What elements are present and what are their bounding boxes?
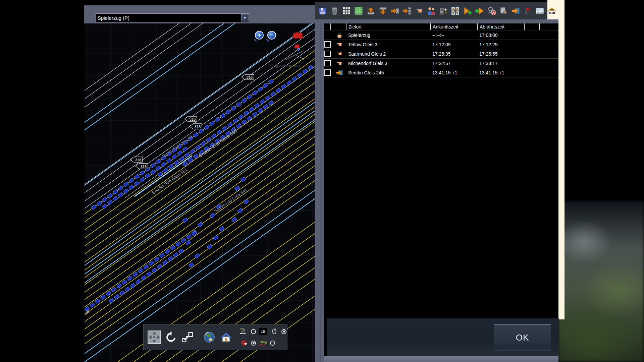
row-checkbox[interactable]: [324, 60, 331, 66]
mouse-icon[interactable]: [270, 327, 279, 336]
add-before-button[interactable]: [462, 6, 472, 16]
row-checkbox[interactable]: [324, 41, 331, 48]
fuel-pump-icon: [439, 6, 448, 15]
table-row[interactable]: Seddin Gleis 24513:41:15 +113:41:15 +1: [324, 68, 558, 77]
table-row[interactable]: ☚Saarmund Gleis 217:25:3517:25:55: [324, 49, 558, 59]
column-header-ankunftszeit: Ankunftszeit: [430, 23, 477, 30]
collapse-arrows-button[interactable]: [450, 6, 460, 16]
jump-to-button[interactable]: [181, 330, 195, 344]
svg-text:3D: 3D: [240, 327, 244, 331]
extract-right-button[interactable]: [402, 6, 412, 16]
row-checkbox[interactable]: [324, 51, 331, 57]
zoom-out-label: −: [270, 32, 273, 39]
zielort-value: Michendorf Gleis 3: [348, 61, 387, 66]
zielort-value: Spielerzug: [348, 33, 370, 38]
add-after-button[interactable]: [474, 6, 484, 16]
abfahrtszeit-value: 17:33:17: [479, 61, 498, 66]
abfahrtszeit-value: 13:41:15 +1: [479, 70, 504, 75]
gradient-3d-icon[interactable]: 3D: [239, 327, 248, 336]
zoom-in-label: +: [258, 32, 261, 39]
background-landscape: [558, 201, 644, 362]
track-map-canvas: 316318318318316Seddin Süd Gleis 550Seddi…: [85, 23, 315, 362]
globe-button[interactable]: [203, 330, 216, 344]
svg-text:318: 318: [135, 158, 141, 162]
ts14-radio[interactable]: [270, 341, 275, 346]
ok-button[interactable]: OK: [494, 324, 551, 351]
table-row[interactable]: ☚Michendorf Gleis 317:32:5717:33:17: [324, 59, 558, 68]
download-button[interactable]: [378, 6, 388, 16]
signal-sign: 318: [136, 164, 148, 169]
track-label: Zugverbindung: [271, 63, 300, 68]
svg-text:316: 316: [247, 75, 253, 79]
ankunftszeit-value: 17:32:57: [432, 61, 451, 66]
arrow-blue-box-icon: [332, 69, 346, 76]
save-button[interactable]: [317, 6, 327, 16]
screen: Spielerzug (P) ▼ ☚ 316318318318316Seddin…: [0, 0, 644, 362]
zoom-out-button[interactable]: −: [267, 31, 276, 40]
collapse-arrows-icon: [451, 6, 460, 15]
ankunftszeit-value: --:--:--: [432, 33, 444, 38]
extract-right-icon: [402, 6, 412, 15]
schedule-table: ZielortAnkunftszeitAbfahrtszeit Spielerz…: [324, 23, 558, 319]
signal-sign: 316: [241, 74, 254, 80]
people-button[interactable]: [426, 6, 436, 16]
svg-text:318: 318: [195, 125, 201, 129]
svg-text:316: 316: [190, 117, 196, 121]
remove-person-button[interactable]: [486, 6, 496, 16]
trash-icon: [330, 6, 339, 15]
arrow-blue-box-button[interactable]: [511, 6, 521, 16]
map-toolbar: 3D 18 TS14: [143, 324, 287, 350]
calculator-icon: [535, 6, 544, 15]
hand-button[interactable]: ☚: [414, 6, 424, 16]
settings-doc-icon: [499, 6, 508, 15]
magnet-icon[interactable]: [239, 339, 248, 347]
abfahrtszeit-value: 17:12:29: [479, 42, 498, 47]
insert-right-button[interactable]: [390, 6, 400, 16]
grid-white-button[interactable]: [341, 6, 352, 16]
home-button[interactable]: [219, 330, 233, 344]
flag-button[interactable]: [523, 6, 533, 16]
panel-highlight-strip: [558, 19, 565, 319]
table-row[interactable]: Spielerzug--:--:--17:03:00: [324, 31, 558, 40]
people-icon: [427, 6, 436, 15]
calculator-button[interactable]: [535, 6, 545, 16]
red-marker: [293, 32, 303, 39]
ok-button-label: OK: [516, 333, 529, 343]
column-header: [524, 23, 539, 30]
rotate-button[interactable]: [164, 330, 178, 344]
zielort-value: Seddin Gleis 245: [348, 70, 384, 75]
zielort-value: Teltow Gleis 3: [348, 42, 377, 47]
driver-icon: [85, 11, 95, 22]
track-map[interactable]: 316318318318316Seddin Süd Gleis 550Seddi…: [85, 23, 315, 362]
flag-icon: [523, 6, 532, 15]
depot-icon: [547, 6, 556, 15]
chevron-down-icon[interactable]: ▼: [241, 14, 249, 21]
main-toolbar: ☚: [315, 2, 547, 19]
trash-button[interactable]: [329, 6, 339, 16]
upload-icon: [366, 6, 375, 15]
row-checkbox[interactable]: [324, 69, 331, 76]
mouse-radio[interactable]: [281, 329, 286, 334]
add-after-icon: [475, 6, 484, 15]
train-select[interactable]: Spielerzug (P) ▼: [96, 13, 249, 22]
depot-button[interactable]: [547, 6, 557, 16]
pan-button[interactable]: [148, 330, 161, 344]
ts14-icon[interactable]: TS14: [259, 339, 267, 347]
magnet-radio[interactable]: [251, 341, 256, 346]
hand-icon: ☚: [332, 51, 346, 57]
table-row[interactable]: ☚Teltow Gleis 317:12:0917:12:29: [324, 40, 558, 49]
grid-white-icon: [342, 6, 351, 15]
grid-green-button[interactable]: [354, 6, 364, 16]
map-table-splitter[interactable]: [319, 23, 321, 362]
upload-button[interactable]: [366, 6, 376, 16]
column-header: [330, 23, 346, 30]
settings-doc-button[interactable]: [498, 6, 508, 16]
column-header-abfahrtszeit: Abfahrtszeit: [477, 23, 524, 30]
fuel-pump-button[interactable]: [438, 6, 448, 16]
train-select-value: Spielerzug (P): [96, 15, 249, 21]
column-header: [324, 23, 330, 30]
svg-text:☚: ☚: [416, 7, 422, 15]
svg-text:318: 318: [141, 165, 147, 169]
zoom-in-button[interactable]: +: [255, 31, 264, 40]
gradient-radio[interactable]: [251, 329, 256, 334]
